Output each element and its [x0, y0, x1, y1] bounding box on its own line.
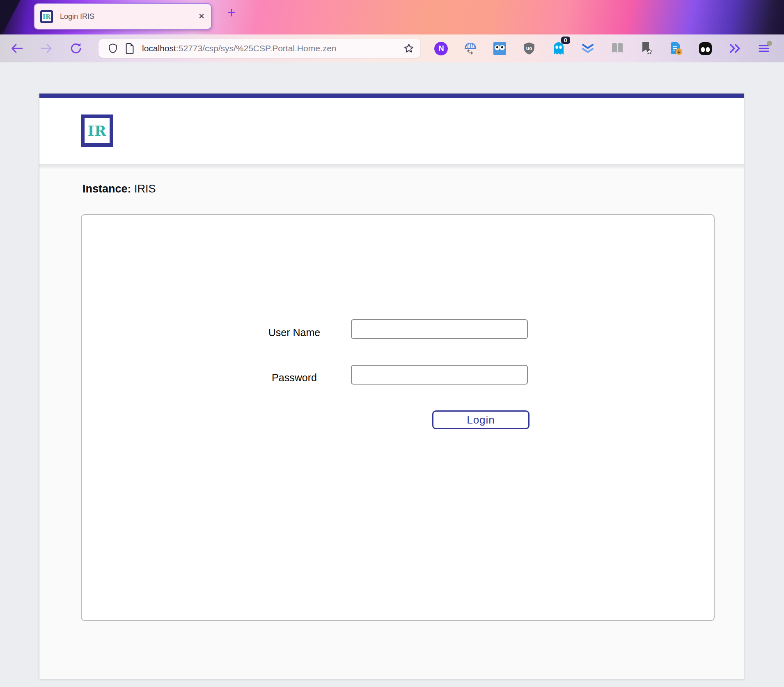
tracking-protection-shield-icon[interactable]: [108, 43, 118, 55]
tab-login-iris[interactable]: IR Login IRIS ✕: [34, 3, 212, 30]
proxy-umbrella-icon: [463, 41, 478, 56]
instance-value: IRIS: [134, 183, 156, 195]
app-menu-button[interactable]: [750, 39, 779, 58]
forward-button[interactable]: [39, 41, 53, 55]
password-input[interactable]: [351, 365, 528, 385]
extension-save-page-button[interactable]: [661, 39, 691, 58]
instance-line: Instance: IRIS: [83, 183, 744, 195]
bookmark-star-icon[interactable]: [403, 43, 415, 56]
tab-favicon-icon: IR: [40, 10, 53, 23]
svg-text:uo: uo: [526, 46, 532, 51]
page-top-accent-bar: [39, 94, 744, 98]
url-path: :52773/csp/sys/%25CSP.Portal.Home.zen: [176, 44, 337, 53]
login-page-card: IR Instance: IRIS User Name Password Log…: [39, 93, 744, 679]
bookmark-flag-star-icon: [640, 41, 653, 56]
browser-window: IR Login IRIS ✕ + localhost:5: [0, 0, 784, 687]
url-fade-overlay: [377, 40, 400, 57]
googly-eyes-icon: [493, 42, 507, 55]
username-input[interactable]: [351, 319, 528, 339]
double-chevron-right-icon: [728, 41, 742, 55]
document-download-icon: [669, 41, 683, 56]
extension-noscript-button[interactable]: N: [426, 39, 456, 58]
login-button[interactable]: Login: [432, 410, 530, 429]
extension-reading-list-button[interactable]: [603, 39, 632, 58]
tab-strip: IR Login IRIS ✕ +: [0, 0, 784, 34]
menu-notification-dot: [767, 41, 772, 46]
tampermonkey-icon: [699, 42, 712, 55]
extension-tampermonkey-button[interactable]: [691, 39, 720, 58]
back-button[interactable]: [10, 41, 24, 55]
tab-title: Login IRIS: [60, 4, 94, 29]
page-header: IR: [39, 98, 744, 164]
header-shadow: [39, 164, 744, 169]
extension-proxy-button[interactable]: [456, 39, 486, 58]
extension-toolbar: N uo 0: [426, 39, 779, 58]
double-chevron-down-icon: [580, 41, 595, 56]
url-host: localhost: [142, 44, 176, 53]
ghostery-badge: 0: [561, 37, 570, 44]
extension-chevrons-button[interactable]: [573, 39, 603, 58]
iris-logo: IR: [81, 114, 113, 147]
open-book-icon: [610, 41, 625, 55]
url-text[interactable]: localhost:52773/csp/sys/%25CSP.Portal.Ho…: [142, 39, 413, 58]
extension-ublock-button[interactable]: uo: [515, 39, 544, 58]
noscript-icon: N: [434, 42, 448, 55]
toolbar-overflow-button[interactable]: [720, 39, 750, 58]
extension-bookmark-manager-button[interactable]: [632, 39, 662, 58]
reload-button[interactable]: [69, 41, 83, 55]
browser-viewport: IR Instance: IRIS User Name Password Log…: [0, 62, 784, 687]
new-tab-button[interactable]: +: [224, 5, 239, 21]
page-info-icon[interactable]: [125, 43, 135, 56]
extension-ghostery-button[interactable]: 0: [544, 39, 573, 58]
ublock-origin-icon: uo: [522, 41, 536, 55]
tab-close-icon[interactable]: ✕: [195, 4, 208, 29]
login-form-panel: User Name Password Login: [81, 214, 715, 621]
url-bar[interactable]: localhost:52773/csp/sys/%25CSP.Portal.Ho…: [99, 39, 420, 58]
navigation-toolbar: localhost:52773/csp/sys/%25CSP.Portal.Ho…: [0, 34, 784, 62]
instance-label: Instance:: [83, 183, 131, 195]
extension-googly-eyes-button[interactable]: [485, 39, 515, 58]
